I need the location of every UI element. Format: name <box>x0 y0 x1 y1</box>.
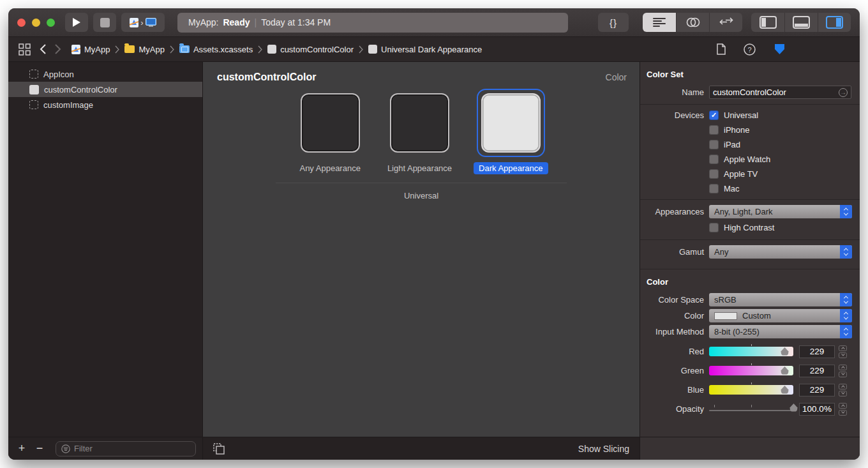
popup-value: 8-bit (0-255) <box>714 327 760 336</box>
toggle-inspector-button[interactable] <box>818 13 851 32</box>
attributes-inspector-tab[interactable] <box>774 43 786 56</box>
asset-kind-label: Color <box>606 72 627 82</box>
slider-thumb[interactable] <box>781 386 789 394</box>
inspector-bottom-bar <box>640 437 860 460</box>
slider-thumb[interactable] <box>781 366 789 375</box>
checkbox-apple-watch[interactable]: ✓ <box>709 155 719 164</box>
breadcrumb-group[interactable]: MyApp <box>124 45 164 54</box>
checkbox-label: iPhone <box>724 125 749 135</box>
input-method-popup[interactable]: 8-bit (0-255) <box>709 325 852 338</box>
checkbox-label: High Contrast <box>724 223 774 232</box>
color-popup[interactable]: Custom <box>709 309 852 322</box>
activity-divider: | <box>255 17 257 27</box>
gamut-popup[interactable]: Any <box>709 245 852 259</box>
checkbox-ipad[interactable]: ✓ <box>709 140 719 149</box>
quick-help-tab[interactable]: ? <box>744 43 756 56</box>
red-slider[interactable] <box>709 347 793 356</box>
breadcrumb-label: Assets.xcassets <box>193 45 253 54</box>
jump-to-asset-icon[interactable]: → <box>839 88 848 97</box>
zoom-window-button[interactable] <box>47 19 55 27</box>
scheme-selector[interactable]: › <box>121 13 165 32</box>
assets-folder-icon <box>179 45 190 53</box>
opacity-stepper[interactable] <box>839 403 847 416</box>
breadcrumb-label: Universal Dark Appearance <box>381 45 482 54</box>
well-group-light: Light Appearance <box>382 89 457 174</box>
back-button[interactable] <box>40 44 46 54</box>
colorset-icon <box>267 45 276 54</box>
standard-editor-button[interactable] <box>643 13 676 32</box>
scheme-app-icon <box>130 18 138 27</box>
toggle-debug-area-button[interactable] <box>784 13 818 32</box>
red-stepper[interactable] <box>839 345 847 358</box>
green-slider[interactable] <box>709 366 793 375</box>
app-project-icon <box>71 45 80 54</box>
popup-chevrons-icon <box>840 205 852 218</box>
filter-input[interactable] <box>74 444 190 453</box>
run-button[interactable] <box>65 13 88 32</box>
popup-value: Any <box>714 247 728 257</box>
show-slicing-button[interactable]: Show Slicing <box>578 444 629 454</box>
breadcrumb-asset-catalog[interactable]: Assets.xcassets <box>179 45 253 54</box>
well-label-light: Light Appearance <box>382 162 457 174</box>
sidebar-item-appicon[interactable]: AppIcon <box>8 66 202 82</box>
close-window-button[interactable] <box>17 19 26 27</box>
blue-slider[interactable] <box>709 385 793 395</box>
breadcrumb-separator-icon <box>170 45 174 54</box>
divider <box>640 104 860 105</box>
breadcrumb-variant[interactable]: Universal Dark Appearance <box>368 45 482 54</box>
colorset-icon <box>368 45 377 54</box>
color-well-dark-appearance[interactable] <box>481 93 541 153</box>
sidebar-item-label: customImage <box>43 100 93 110</box>
checkbox-label: Apple TV <box>724 169 758 179</box>
slider-thumb[interactable] <box>789 404 798 412</box>
breadcrumb-colorset[interactable]: customControlColor <box>267 45 354 54</box>
check-icon: ✓ <box>711 111 717 119</box>
related-items-icon[interactable] <box>19 43 31 56</box>
checkbox-high-contrast[interactable]: ✓ <box>709 223 719 232</box>
asset-list-sidebar: AppIcon customControlColor customImage +… <box>8 62 202 460</box>
popup-value: sRGB <box>714 295 737 305</box>
color-well-light-appearance[interactable] <box>390 93 449 153</box>
opacity-label: Opacity <box>640 404 709 414</box>
show-outlines-button[interactable] <box>213 443 225 455</box>
opacity-slider[interactable] <box>709 410 793 411</box>
library-button[interactable]: {} <box>598 13 629 32</box>
filter-field[interactable] <box>56 441 196 457</box>
checkbox-universal[interactable]: ✓ <box>709 110 719 120</box>
red-value-field[interactable]: 229 <box>799 345 835 358</box>
version-editor-button[interactable] <box>709 13 742 32</box>
opacity-value-field[interactable]: 100.0% <box>799 403 835 416</box>
stop-button[interactable] <box>93 13 116 32</box>
green-stepper[interactable] <box>839 365 847 377</box>
checkbox-apple-tv[interactable]: ✓ <box>709 169 719 179</box>
attributes-inspector: Color Set Name → Devices <box>640 62 860 460</box>
jump-bar: MyApp MyApp Assets.xcassets customContro… <box>8 37 860 62</box>
sidebar-item-customcontrolcolor[interactable]: customControlColor <box>8 82 202 97</box>
name-field[interactable]: → <box>709 86 851 99</box>
well-label-dark: Dark Appearance <box>474 162 548 174</box>
green-value-field[interactable]: 229 <box>799 365 835 377</box>
checkbox-label: Universal <box>724 110 758 120</box>
slider-thumb[interactable] <box>781 347 789 356</box>
file-inspector-tab[interactable] <box>717 43 726 55</box>
name-input[interactable] <box>713 87 839 97</box>
sidebar-item-customimage[interactable]: customImage <box>8 97 202 112</box>
library-icon: {} <box>610 17 617 28</box>
run-destination-icon <box>146 18 156 27</box>
color-well-any-appearance[interactable] <box>301 93 360 153</box>
popup-value: Any, Light, Dark <box>714 207 773 216</box>
checkbox-iphone[interactable]: ✓ <box>709 125 719 135</box>
blue-stepper[interactable] <box>839 384 847 396</box>
breadcrumb-project[interactable]: MyApp <box>71 45 110 54</box>
blue-value-field[interactable]: 229 <box>799 384 835 396</box>
assistant-editor-button[interactable] <box>676 13 709 32</box>
minimize-window-button[interactable] <box>32 19 40 27</box>
remove-asset-button[interactable]: − <box>33 442 47 455</box>
toggle-navigator-button[interactable] <box>751 13 784 32</box>
appearances-popup[interactable]: Any, Light, Dark <box>709 205 852 218</box>
well-group-dark: Dark Appearance <box>474 89 548 174</box>
forward-button[interactable] <box>55 44 61 54</box>
add-asset-button[interactable]: + <box>15 442 29 455</box>
color-space-popup[interactable]: sRGB <box>709 293 852 306</box>
checkbox-mac[interactable]: ✓ <box>709 184 719 193</box>
